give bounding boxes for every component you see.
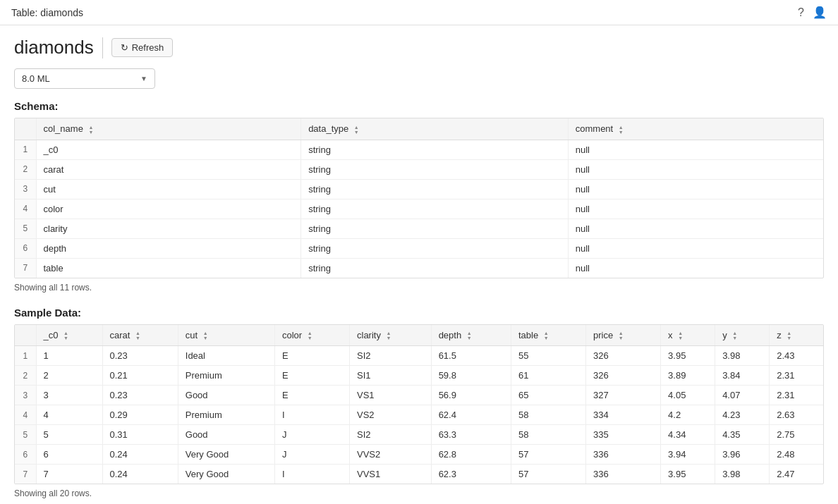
data-type-cell: string bbox=[301, 159, 569, 179]
sample-col-x[interactable]: x ▲▼ bbox=[661, 325, 715, 346]
schema-table: col_name ▲▼ data_type ▲▼ comment ▲▼ bbox=[15, 118, 823, 278]
clarity-cell: SI1 bbox=[350, 366, 432, 386]
color-cell: E bbox=[274, 346, 349, 366]
depth-cell: 61.5 bbox=[431, 346, 511, 366]
color-cell: J bbox=[274, 445, 349, 465]
color-cell: I bbox=[274, 465, 349, 484]
col-name-cell: cut bbox=[36, 179, 301, 199]
clarity-cell: VVS1 bbox=[350, 465, 432, 484]
table-cell: 58 bbox=[511, 405, 585, 425]
sample-table-container: _c0 ▲▼carat ▲▼cut ▲▼color ▲▼clarity ▲▼de… bbox=[14, 324, 824, 485]
y-cell: 3.98 bbox=[715, 465, 770, 484]
row-number: 1 bbox=[15, 140, 36, 159]
refresh-icon: ↻ bbox=[121, 42, 128, 53]
refresh-button[interactable]: ↻ Refresh bbox=[111, 38, 174, 57]
table-row: 660.24Very GoodJVVS262.8573363.943.962.4… bbox=[15, 445, 823, 465]
schema-col-name[interactable]: col_name ▲▼ bbox=[36, 118, 301, 140]
table-cell: 58 bbox=[511, 425, 585, 445]
help-icon[interactable]: ? bbox=[798, 6, 804, 19]
schema-col-comment[interactable]: comment ▲▼ bbox=[568, 118, 823, 140]
row-number: 5 bbox=[15, 425, 36, 445]
user-icon[interactable]: 👤 bbox=[813, 6, 827, 19]
comment-cell: null bbox=[568, 179, 823, 199]
sample-col-price[interactable]: price ▲▼ bbox=[586, 325, 661, 346]
sample-table: _c0 ▲▼carat ▲▼cut ▲▼color ▲▼clarity ▲▼de… bbox=[15, 325, 823, 484]
z-cell: 2.48 bbox=[770, 445, 823, 465]
comment-cell: null bbox=[568, 140, 823, 159]
_c0-cell: 4 bbox=[36, 405, 102, 425]
z-cell: 2.31 bbox=[770, 366, 823, 386]
depth-cell: 63.3 bbox=[431, 425, 511, 445]
clarity-cell: SI2 bbox=[350, 346, 432, 366]
sample-col-carat[interactable]: carat ▲▼ bbox=[102, 325, 178, 346]
clarity-cell: VVS2 bbox=[350, 445, 432, 465]
table-row: 7 table string null bbox=[15, 258, 823, 278]
table-cell: 65 bbox=[511, 386, 585, 405]
table-row: 1 _c0 string null bbox=[15, 140, 823, 159]
carat-cell: 0.23 bbox=[102, 346, 178, 366]
data-type-cell: string bbox=[301, 258, 569, 278]
sort-icons-comment: ▲▼ bbox=[619, 125, 624, 135]
y-cell: 4.07 bbox=[715, 386, 770, 405]
refresh-label: Refresh bbox=[132, 42, 164, 53]
cut-cell: Good bbox=[178, 386, 274, 405]
depth-cell: 62.8 bbox=[431, 445, 511, 465]
clarity-cell: SI2 bbox=[350, 425, 432, 445]
price-cell: 336 bbox=[586, 445, 661, 465]
col-name-cell: depth bbox=[36, 238, 301, 258]
row-number: 6 bbox=[15, 238, 36, 258]
sample-col-y[interactable]: y ▲▼ bbox=[715, 325, 770, 346]
version-dropdown[interactable]: 8.0 ML ▼ bbox=[14, 68, 155, 89]
z-cell: 2.63 bbox=[770, 405, 823, 425]
schema-col-data-type[interactable]: data_type ▲▼ bbox=[301, 118, 569, 140]
sample-col-z[interactable]: z ▲▼ bbox=[770, 325, 823, 346]
sample-col-cut[interactable]: cut ▲▼ bbox=[178, 325, 274, 346]
sort-icons-depth: ▲▼ bbox=[467, 331, 472, 340]
y-cell: 4.35 bbox=[715, 425, 770, 445]
x-cell: 3.95 bbox=[661, 346, 715, 366]
sort-icons-cut: ▲▼ bbox=[203, 331, 208, 340]
header-divider bbox=[102, 37, 103, 59]
row-number: 4 bbox=[15, 405, 36, 425]
table-row: 5 clarity string null bbox=[15, 219, 823, 238]
sample-section-title: Sample Data: bbox=[14, 307, 824, 319]
data-type-cell: string bbox=[301, 140, 569, 159]
x-cell: 4.2 bbox=[661, 405, 715, 425]
x-cell: 3.89 bbox=[661, 366, 715, 386]
sample-col-_c0[interactable]: _c0 ▲▼ bbox=[36, 325, 102, 346]
sample-section: Sample Data: _c0 ▲▼carat ▲▼cut ▲▼color ▲… bbox=[14, 307, 824, 499]
row-number: 2 bbox=[15, 366, 36, 386]
sample-col-depth[interactable]: depth ▲▼ bbox=[431, 325, 511, 346]
table-cell: 55 bbox=[511, 346, 585, 366]
row-number: 3 bbox=[15, 386, 36, 405]
sample-col-clarity[interactable]: clarity ▲▼ bbox=[350, 325, 432, 346]
depth-cell: 62.4 bbox=[431, 405, 511, 425]
sort-icons-carat: ▲▼ bbox=[135, 331, 140, 340]
table-row: 6 depth string null bbox=[15, 238, 823, 258]
depth-cell: 59.8 bbox=[431, 366, 511, 386]
depth-cell: 56.9 bbox=[431, 386, 511, 405]
data-type-cell: string bbox=[301, 219, 569, 238]
cut-cell: Very Good bbox=[178, 465, 274, 484]
sample-col-table[interactable]: table ▲▼ bbox=[511, 325, 585, 346]
price-cell: 326 bbox=[586, 346, 661, 366]
data-type-cell: string bbox=[301, 199, 569, 219]
price-cell: 327 bbox=[586, 386, 661, 405]
data-type-cell: string bbox=[301, 179, 569, 199]
carat-cell: 0.31 bbox=[102, 425, 178, 445]
sample-col-color[interactable]: color ▲▼ bbox=[274, 325, 349, 346]
comment-cell: null bbox=[568, 258, 823, 278]
table-row: 2 carat string null bbox=[15, 159, 823, 179]
row-number: 6 bbox=[15, 445, 36, 465]
version-dropdown-wrapper: 8.0 ML ▼ bbox=[14, 68, 824, 89]
cut-cell: Premium bbox=[178, 405, 274, 425]
schema-section-title: Schema: bbox=[14, 100, 824, 112]
row-number: 7 bbox=[15, 258, 36, 278]
carat-cell: 0.24 bbox=[102, 445, 178, 465]
sort-icons-y: ▲▼ bbox=[732, 331, 737, 340]
carat-cell: 0.21 bbox=[102, 366, 178, 386]
color-cell: E bbox=[274, 386, 349, 405]
sort-icons-_c0: ▲▼ bbox=[63, 331, 68, 340]
_c0-cell: 6 bbox=[36, 445, 102, 465]
row-number: 7 bbox=[15, 465, 36, 484]
